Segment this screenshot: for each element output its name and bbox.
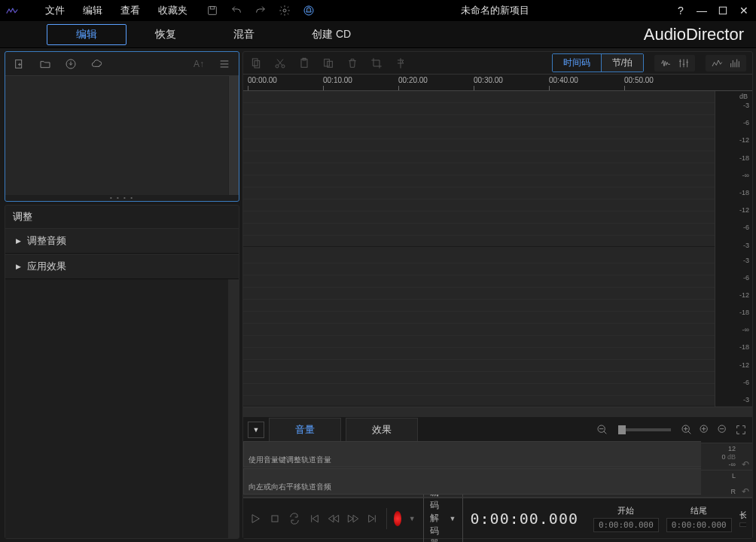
svg-marker-19 [252,514,259,522]
menu-edit[interactable]: 编辑 [83,4,102,17]
pan-lane-track[interactable]: 向左或向右平移轨道音频 [243,468,701,495]
svg-marker-23 [348,515,353,522]
ruler-tick: 00:10.00 [323,76,352,84]
media-library-body[interactable] [5,76,239,195]
lane-reset-icon[interactable]: ↶ [739,459,752,470]
volume-lane-track[interactable]: 使用音量键调整轨道音量 [243,441,701,467]
zoom-v-in-icon[interactable] [698,423,712,437]
lane-reset-icon[interactable]: ↶ [739,486,752,497]
ruler-tick: 00:20.00 [398,76,428,84]
expand-icon: ▶ [16,237,21,245]
main-timecode: 0:00:00.000 [471,510,578,528]
svg-point-2 [283,9,286,12]
delete-icon[interactable] [346,56,359,70]
waveform-track-left[interactable] [243,91,715,247]
notification-icon[interactable] [302,4,316,17]
end-time-field[interactable]: 0:00:00.000 [666,518,732,532]
mode-tabs-row: 编辑 恢复 混音 创建 CD AudioDirector [0,21,756,48]
project-title: 未命名的新项目 [316,4,675,17]
seg-beat[interactable]: 节/拍 [602,54,643,72]
help-icon[interactable]: ? [675,5,687,17]
start-time-field[interactable]: 0:00:00.000 [593,518,659,532]
adjust-item-label: 调整音频 [27,234,66,248]
spectrum-bars-icon[interactable] [728,56,742,70]
copy-icon[interactable] [249,56,263,70]
lane-hint: 向左或向右平移轨道音频 [248,482,331,492]
spectrum-linear-icon[interactable] [710,56,724,70]
svg-rect-0 [209,7,217,15]
end-label: 结尾 [690,505,707,516]
eq-view-icon[interactable] [677,56,690,70]
undo-icon[interactable] [230,4,243,17]
fullscreen-icon[interactable] [734,423,748,437]
media-scrollbar[interactable] [228,76,239,195]
adjust-scrollbar[interactable] [228,279,239,538]
panel-menu-icon[interactable] [218,57,231,71]
menu-view[interactable]: 查看 [120,4,140,17]
waveform-hscrollbar[interactable] [243,406,752,417]
waveform-area: 时间码 节/拍 00:00.00 00:10.00 00:20. [242,51,753,539]
minimize-icon[interactable]: — [696,5,708,17]
mode-tab-restore[interactable]: 恢复 [127,25,205,44]
waveform-track-right[interactable] [243,251,715,407]
app-logo [6,2,36,20]
ruler-tick: 00:40.00 [549,76,578,84]
next-button[interactable] [367,511,379,526]
stop-button[interactable] [269,511,281,526]
crop-icon[interactable] [370,56,383,70]
adjust-item-label: 应用效果 [27,260,66,273]
close-icon[interactable]: ✕ [738,5,750,17]
lower-tab-effect[interactable]: 效果 [346,418,418,442]
zoom-v-out-icon[interactable] [716,423,730,437]
zoom-slider[interactable] [618,428,671,431]
maximize-icon[interactable] [717,5,729,17]
record-button[interactable] [394,511,401,526]
paste-icon[interactable] [297,56,311,70]
mode-tab-create-cd[interactable]: 创建 CD [283,25,380,44]
transport-bar: ▼ 编码解码器▼ 0:00:00.000 开始 0:00:00.000 结尾 0… [243,498,752,538]
svg-rect-13 [325,59,330,65]
adjust-item-effect[interactable]: ▶ 应用效果 [5,254,239,279]
loop-button[interactable] [288,511,300,526]
play-button[interactable] [249,511,261,526]
prev-button[interactable] [308,511,320,526]
mode-tab-mix[interactable]: 混音 [205,25,283,44]
download-icon[interactable] [64,57,78,71]
ruler-mode-segment: 时间码 节/拍 [552,53,644,72]
length-time-field[interactable] [739,522,746,527]
save-icon[interactable] [206,4,219,17]
mode-tab-edit[interactable]: 编辑 [47,24,127,45]
panel-resize-grip[interactable]: • • • • [5,195,239,201]
redo-icon[interactable] [254,4,267,17]
rewind-button[interactable] [328,511,340,526]
svg-rect-4 [719,7,726,14]
cut-icon[interactable] [273,56,287,70]
lane-menu-button[interactable]: ▼ [248,422,264,438]
waveform-tracks[interactable] [243,91,715,406]
marker-icon[interactable] [394,56,407,70]
pan-lane-scale: L R [701,470,739,497]
settings-icon[interactable] [278,4,291,17]
timeline-ruler[interactable]: 00:00.00 00:10.00 00:20.00 00:30.00 00:4… [243,75,752,91]
zoom-in-icon[interactable] [680,423,694,437]
waveform-view-icon[interactable] [659,56,672,70]
ruler-tick: 00:00.00 [248,76,277,84]
svg-rect-8 [255,60,260,67]
text-size-icon[interactable]: A↑ [192,57,206,71]
pan-lane: 向左或向右平移轨道音频 L R ↶ [243,470,752,498]
start-label: 开始 [617,505,634,516]
svg-marker-21 [328,515,334,522]
zoom-out-icon[interactable] [596,423,609,437]
svg-rect-20 [272,516,278,522]
paste-special-icon[interactable] [322,56,335,70]
import-folder-icon[interactable] [38,57,52,71]
forward-button[interactable] [347,511,359,526]
adjust-item-audio[interactable]: ▶ 调整音频 [5,228,239,254]
menu-favorites[interactable]: 收藏夹 [158,4,187,17]
menu-file[interactable]: 文件 [45,4,65,17]
seg-timecode[interactable]: 时间码 [553,54,602,72]
lower-tab-volume[interactable]: 音量 [269,418,341,443]
import-file-icon[interactable] [13,57,26,71]
volume-lane: 使用音量键调整轨道音量 12 0 dB -∞ ↶ [243,443,752,470]
cloud-icon[interactable] [90,57,103,71]
